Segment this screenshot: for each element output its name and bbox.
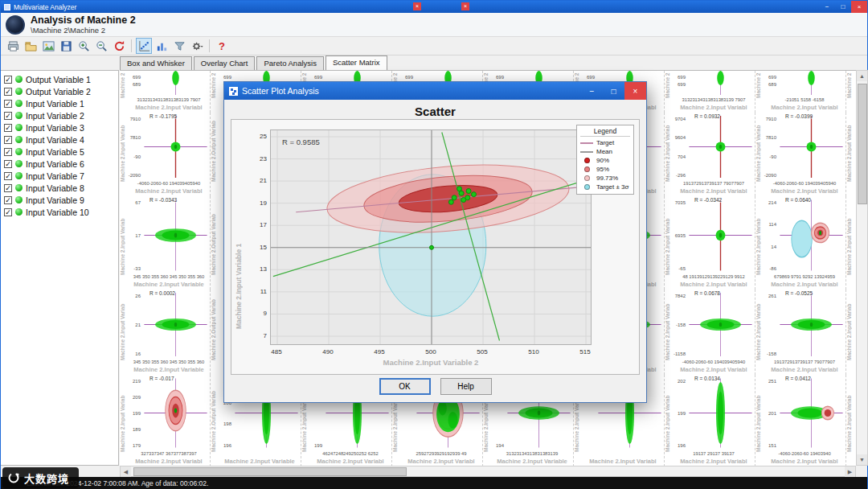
zoom-out-icon[interactable] xyxy=(93,38,109,54)
variable-checkbox[interactable]: ✓ xyxy=(4,100,12,108)
cell-r-value: R = -0.0342 xyxy=(694,197,722,203)
variable-list-item[interactable]: ✓Input Variable 3 xyxy=(2,121,117,134)
scatter-plot-svg[interactable]: R = 0.9585 xyxy=(270,129,592,345)
variable-icon xyxy=(15,196,23,203)
matrix-cell[interactable]: Machine 2.Input VariabMachine 2.Input Va… xyxy=(846,113,856,196)
variable-list-item[interactable]: ✓Input Variable 10 xyxy=(2,206,117,218)
variable-checkbox[interactable]: ✓ xyxy=(4,184,12,192)
tab-box-and-whisker[interactable]: Box and Whisker xyxy=(120,56,192,70)
scroll-right-arrow[interactable]: ▶ xyxy=(845,466,855,477)
scroll-left-arrow[interactable]: ◀ xyxy=(121,466,131,477)
variable-list-item[interactable]: ✓Input Variable 4 xyxy=(2,134,117,146)
matrix-cell[interactable]: Machine 2.Input Variab79107810-90-2090R … xyxy=(755,113,846,196)
matrix-cell[interactable]: Machine 2.Input Variab699699313231343138… xyxy=(665,71,755,113)
matrix-cell[interactable]: Machine 2.Input Variab219209199189179R =… xyxy=(120,375,211,466)
legend-item: Target xyxy=(580,138,630,147)
matrix-cell[interactable]: Machine 2.Input Variab202199196R = 0.013… xyxy=(665,375,755,466)
cell-x-ticks: -4060-2060-60 19403940 xyxy=(764,451,845,458)
pareto-view-icon[interactable] xyxy=(154,38,170,54)
tab-pareto-analysis[interactable]: Pareto Analysis xyxy=(256,56,323,70)
matrix-cell[interactable]: Machine 2.Input Variab70356935-65R = -0.… xyxy=(665,196,755,290)
dialog-maximize-button[interactable]: □ xyxy=(603,82,624,100)
matrix-cell[interactable]: Machine 2.Input Variab21411414-86R = 0.0… xyxy=(755,196,846,290)
matrix-cell[interactable]: Machine 2.Input Variab699689-21051 5158 … xyxy=(755,71,846,113)
variable-label: Input Variable 3 xyxy=(26,123,84,133)
matrix-cell[interactable]: Machine 2.Input Variab262116R = 0.000234… xyxy=(120,290,211,375)
maximize-button[interactable]: □ xyxy=(835,1,851,13)
cell-x-axis-label: Machine 2.Input Variabl xyxy=(764,104,845,113)
image-icon[interactable] xyxy=(40,38,56,54)
chart-frame: Machine 2.Input Variable 1 R = 0.9585252… xyxy=(231,119,640,375)
variable-checkbox[interactable]: ✓ xyxy=(4,76,12,84)
print-icon[interactable] xyxy=(5,38,21,54)
tab-scatter-matrix[interactable]: Scatter Matrix xyxy=(326,55,387,70)
legend-swatch-icon xyxy=(584,175,590,181)
window-titlebar[interactable]: Multivariate Analyzer × × − □ × xyxy=(1,1,867,13)
cell-y-axis-label: Machine 2.Output Variab xyxy=(211,72,216,98)
close-button[interactable]: × xyxy=(851,1,867,13)
help-icon[interactable]: ? xyxy=(214,38,230,54)
help-button[interactable]: Help xyxy=(440,378,492,395)
variable-list-item[interactable]: ✓Output Variable 1 xyxy=(2,73,117,85)
variable-label: Input Variable 4 xyxy=(26,135,84,145)
matrix-cell[interactable]: Machine 2.Input VariabMachine 2.Input Va… xyxy=(846,290,856,375)
matrix-cell[interactable]: Machine 2.Input Variab261-158R = -0.0525… xyxy=(755,290,846,375)
matrix-cell[interactable]: Machine 2.Input Variab97049604704-296R =… xyxy=(665,113,755,196)
cell-x-ticks xyxy=(219,451,301,458)
matrix-cell[interactable]: Machine 2.Input Variab251201151R = 0.041… xyxy=(755,375,846,466)
scroll-down-arrow[interactable]: ▼ xyxy=(857,454,867,465)
variable-checkbox[interactable]: ✓ xyxy=(4,112,12,120)
cell-x-ticks: 191372913739137 79077907 xyxy=(764,360,845,366)
save-icon[interactable] xyxy=(58,38,74,54)
cell-y-ticks: 6717-33 xyxy=(128,196,141,274)
folder-icon[interactable] xyxy=(23,38,39,54)
dialog-minimize-button[interactable]: − xyxy=(581,82,603,100)
matrix-cell[interactable]: Machine 2.Input Variab7842-158-1158R = 0… xyxy=(665,290,755,375)
variable-list-item[interactable]: ✓Input Variable 6 xyxy=(2,158,117,170)
matrix-cell[interactable]: Machine 2.Input Variab699689313231343138… xyxy=(120,71,211,113)
scatter-view-icon[interactable] xyxy=(136,38,152,54)
variable-checkbox[interactable]: ✓ xyxy=(4,136,12,144)
cell-y-axis-label: Machine 2.Output Variab xyxy=(211,198,216,275)
tab-overlay-chart[interactable]: Overlay Chart xyxy=(194,56,256,70)
variable-list-item[interactable]: ✓Input Variable 1 xyxy=(2,97,117,109)
variable-checkbox[interactable]: ✓ xyxy=(4,88,12,96)
variable-label: Output Variable 1 xyxy=(26,75,91,84)
variable-checkbox[interactable]: ✓ xyxy=(4,172,12,180)
background-window-close-button[interactable]: × xyxy=(413,2,421,10)
ok-button[interactable]: OK xyxy=(379,378,431,395)
variable-list-item[interactable]: ✓Output Variable 2 xyxy=(2,85,117,97)
variable-list-item[interactable]: ✓Input Variable 9 xyxy=(2,194,117,206)
cell-y-ticks: 699699 xyxy=(673,71,686,97)
legend-item: 95% xyxy=(580,165,630,174)
zoom-in-icon[interactable] xyxy=(76,38,92,54)
cell-y-ticks: 21411414-86 xyxy=(764,196,777,274)
minimize-button[interactable]: − xyxy=(819,1,835,13)
matrix-cell[interactable]: Machine 2.Input Variab6717-33R = -0.0343… xyxy=(120,196,211,290)
horizontal-scrollbar[interactable]: ◀ ▶ xyxy=(120,466,856,477)
matrix-cell[interactable]: Machine 2.Input Variab79107810-90-2090R … xyxy=(120,113,211,196)
cell-x-ticks: 345 350 355 360 345 350 355 360 xyxy=(128,360,210,366)
vertical-scrollbar[interactable]: ▲ ▼ xyxy=(856,70,868,466)
variable-list-item[interactable]: ✓Input Variable 2 xyxy=(2,109,117,121)
variable-list-item[interactable]: ✓Input Variable 5 xyxy=(2,146,117,158)
horizontal-scroll-thumb[interactable] xyxy=(133,467,407,476)
settings-icon[interactable] xyxy=(189,38,205,54)
filter-icon[interactable] xyxy=(171,38,187,54)
matrix-cell[interactable]: Machine 2.Input VariabMachine 2.Input Va… xyxy=(846,375,856,466)
vertical-scroll-thumb[interactable] xyxy=(858,84,867,204)
refresh-icon[interactable] xyxy=(111,38,127,54)
variable-list-item[interactable]: ✓Input Variable 8 xyxy=(2,182,117,194)
variable-checkbox[interactable]: ✓ xyxy=(4,196,12,204)
variable-checkbox[interactable]: ✓ xyxy=(4,208,12,216)
variable-list-item[interactable]: ✓Input Variable 7 xyxy=(2,170,117,182)
variable-checkbox[interactable]: ✓ xyxy=(4,148,12,156)
dialog-titlebar[interactable]: Scatter Plot Analysis − □ × xyxy=(224,82,646,100)
scroll-up-arrow[interactable]: ▲ xyxy=(857,71,867,81)
variable-checkbox[interactable]: ✓ xyxy=(4,124,12,132)
variable-checkbox[interactable]: ✓ xyxy=(4,160,12,168)
background-window-close-button[interactable]: × xyxy=(461,2,469,10)
matrix-cell[interactable]: Machine 2.Input VariabMachine 2.Input Va… xyxy=(846,196,856,290)
dialog-close-button[interactable]: × xyxy=(624,82,646,100)
matrix-cell[interactable]: Machine 2.Input VariabMachine 2.Input Va… xyxy=(846,71,856,113)
